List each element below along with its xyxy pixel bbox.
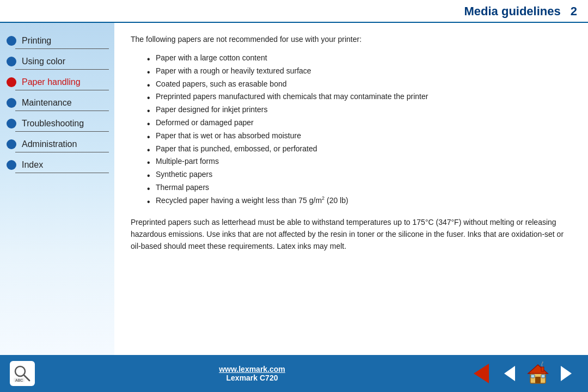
search-button[interactable]: ABC xyxy=(10,361,35,386)
sidebar-label-using-color: Using color xyxy=(22,57,65,66)
list-item: Thermal papers xyxy=(147,181,572,194)
svg-rect-9 xyxy=(541,367,544,371)
list-item: Preprinted papers manufactured with chem… xyxy=(147,90,572,103)
bullet-icon-troubleshooting xyxy=(7,119,16,128)
content-intro: The following papers are not recommended… xyxy=(131,34,572,45)
content-area: The following papers are not recommended… xyxy=(114,23,588,355)
page-title: Media guidelines xyxy=(464,4,560,19)
svg-marker-5 xyxy=(528,365,548,373)
sidebar-label-printing: Printing xyxy=(22,36,51,46)
bullet-icon-maintenance xyxy=(7,98,16,108)
bullet-list: Paper with a large cotton content Paper … xyxy=(147,52,572,207)
search-icon: ABC xyxy=(13,364,32,383)
bullet-icon-index xyxy=(7,160,16,170)
prev-arrow-icon xyxy=(504,366,515,381)
sidebar-item-index[interactable]: Index xyxy=(0,152,114,173)
page-number: 2 xyxy=(571,4,577,19)
list-item: Synthetic papers xyxy=(147,168,572,181)
sidebar-label-troubleshooting: Troubleshooting xyxy=(22,119,84,128)
sidebar-label-administration: Administration xyxy=(22,139,77,149)
bullet-icon-using-color xyxy=(7,57,16,66)
sidebar-item-using-color[interactable]: Using color xyxy=(0,49,114,70)
page-header: Media guidelines 2 xyxy=(0,0,588,23)
sidebar-label-paper-handling: Paper handling xyxy=(22,77,81,87)
sidebar-item-paper-handling[interactable]: Paper handling xyxy=(0,70,114,90)
content-paragraph: Preprinted papers such as letterhead mus… xyxy=(131,216,572,253)
footer-url[interactable]: www.lexmark.com xyxy=(35,365,469,373)
sidebar: Printing Using color Paper handling Main… xyxy=(0,23,114,355)
svg-rect-6 xyxy=(535,377,541,383)
svg-text:ABC: ABC xyxy=(15,378,23,382)
footer: ABC www.lexmark.com Lexmark C720 xyxy=(0,355,588,392)
home-icon xyxy=(526,362,550,385)
sidebar-item-printing[interactable]: Printing xyxy=(0,28,114,49)
back-button[interactable] xyxy=(469,362,493,385)
back-arrow-icon xyxy=(474,364,489,383)
list-item: Paper with a large cotton content xyxy=(147,52,572,65)
sidebar-item-administration[interactable]: Administration xyxy=(0,132,114,152)
list-item: Multiple-part forms xyxy=(147,155,572,168)
home-button[interactable] xyxy=(526,362,550,385)
list-item: Coated papers, such as erasable bond xyxy=(147,78,572,91)
bullet-icon-administration xyxy=(7,139,16,149)
list-item: Paper that is wet or has absorbed moistu… xyxy=(147,130,572,143)
svg-rect-7 xyxy=(531,375,535,378)
sidebar-item-troubleshooting[interactable]: Troubleshooting xyxy=(0,111,114,132)
list-item: Paper that is punched, embossed, or perf… xyxy=(147,143,572,156)
footer-nav xyxy=(469,362,578,385)
bullet-icon-printing xyxy=(7,36,16,46)
sidebar-label-maintenance: Maintenance xyxy=(22,98,72,108)
sidebar-label-index: Index xyxy=(22,160,43,170)
sidebar-item-maintenance[interactable]: Maintenance xyxy=(0,90,114,111)
main-area: Printing Using color Paper handling Main… xyxy=(0,23,588,355)
previous-button[interactable] xyxy=(498,362,522,385)
footer-model: Lexmark C720 xyxy=(35,373,469,382)
next-button[interactable] xyxy=(554,362,578,385)
list-item: Deformed or damaged paper xyxy=(147,117,572,130)
svg-rect-8 xyxy=(541,375,545,378)
list-item: Paper designed for inkjet printers xyxy=(147,103,572,117)
bullet-icon-paper-handling xyxy=(7,77,16,87)
list-item: Paper with a rough or heavily textured s… xyxy=(147,65,572,78)
list-item: Recycled paper having a weight less than… xyxy=(147,194,572,207)
footer-left: ABC xyxy=(10,361,35,386)
footer-center: www.lexmark.com Lexmark C720 xyxy=(35,365,469,382)
svg-line-1 xyxy=(24,375,29,381)
next-arrow-icon xyxy=(561,366,572,381)
